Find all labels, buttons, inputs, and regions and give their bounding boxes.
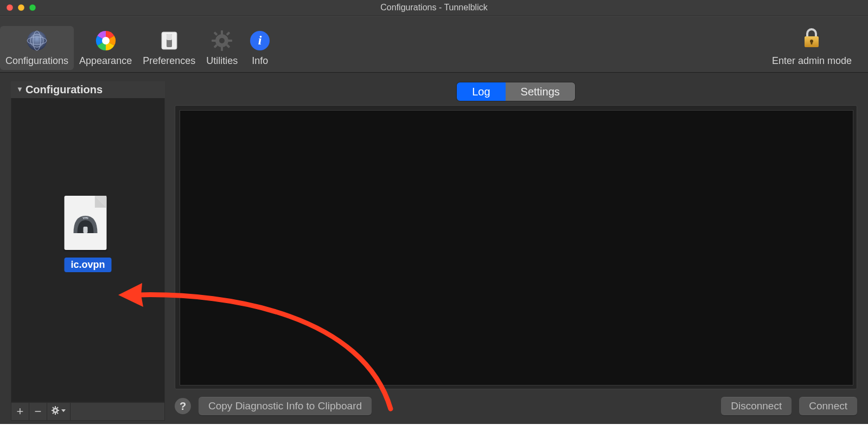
help-button[interactable]: ? bbox=[175, 398, 191, 414]
svg-point-4 bbox=[102, 37, 110, 44]
toolbar-info[interactable]: i Info bbox=[243, 26, 277, 70]
app-window: Configurations - Tunnelblick bbox=[0, 0, 868, 424]
enter-admin-mode-button[interactable]: Enter admin mode bbox=[764, 24, 859, 70]
window-title: Configurations - Tunnelblick bbox=[0, 3, 868, 12]
svg-rect-7 bbox=[167, 34, 172, 40]
toolbar-label: Info bbox=[252, 55, 268, 67]
dragged-file-label: ic.ovpn bbox=[64, 258, 111, 272]
svg-rect-24 bbox=[83, 227, 87, 233]
svg-rect-10 bbox=[221, 47, 223, 51]
toolbar-preferences[interactable]: Preferences bbox=[137, 26, 201, 70]
disconnect-button[interactable]: Disconnect bbox=[721, 397, 792, 415]
config-actions-menu[interactable] bbox=[47, 403, 71, 420]
color-wheel-icon bbox=[94, 29, 117, 52]
svg-rect-30 bbox=[52, 410, 54, 411]
svg-rect-15 bbox=[226, 31, 231, 36]
svg-text:VPN: VPN bbox=[82, 216, 88, 220]
svg-rect-29 bbox=[55, 413, 56, 415]
bottom-button-row: ? Copy Diagnostic Info to Clipboard Disc… bbox=[175, 389, 857, 421]
svg-rect-9 bbox=[221, 30, 223, 35]
svg-rect-23 bbox=[811, 41, 813, 44]
log-settings-tabs: Log Settings bbox=[457, 82, 575, 101]
svg-rect-31 bbox=[57, 410, 59, 411]
svg-rect-28 bbox=[55, 406, 56, 408]
minus-icon: − bbox=[35, 404, 42, 419]
toolbar-label: Appearance bbox=[79, 55, 132, 67]
disclosure-triangle-icon: ▼ bbox=[16, 85, 23, 93]
tab-log[interactable]: Log bbox=[457, 82, 505, 101]
log-output[interactable] bbox=[180, 110, 853, 385]
gear-dropdown-icon bbox=[51, 406, 66, 418]
sidebar: ▼ Configurations VPN bbox=[11, 81, 165, 421]
close-window-button[interactable] bbox=[7, 4, 13, 11]
svg-point-0 bbox=[27, 31, 47, 50]
toolbar-utilities[interactable]: Utilities bbox=[201, 26, 243, 70]
toolbar-configurations[interactable]: Configurations bbox=[0, 26, 74, 70]
question-icon: ? bbox=[180, 400, 186, 413]
tab-settings[interactable]: Settings bbox=[506, 82, 575, 101]
toolbar-label: Configurations bbox=[5, 55, 68, 67]
minimize-window-button[interactable] bbox=[18, 4, 24, 11]
toolbar-label: Utilities bbox=[206, 55, 238, 67]
log-frame bbox=[175, 105, 857, 389]
connect-button[interactable]: Connect bbox=[799, 397, 857, 415]
configurations-list[interactable]: VPN ic.ovpn bbox=[11, 98, 165, 402]
dragged-file[interactable]: VPN ic.ovpn bbox=[64, 196, 111, 272]
toolbar: Configurations Appearance bbox=[0, 16, 868, 73]
sidebar-header-label: Configurations bbox=[25, 83, 103, 96]
svg-rect-11 bbox=[212, 40, 216, 42]
zoom-window-button[interactable] bbox=[29, 4, 36, 11]
globe-icon bbox=[25, 29, 48, 52]
main-panel: Log Settings ? Copy Diagnostic Info to C… bbox=[175, 81, 857, 421]
svg-point-17 bbox=[219, 38, 225, 43]
svg-point-27 bbox=[54, 409, 56, 412]
ovpn-file-icon: VPN bbox=[64, 196, 106, 250]
admin-label: Enter admin mode bbox=[772, 55, 852, 67]
remove-config-button[interactable]: − bbox=[29, 403, 47, 420]
switch-icon bbox=[158, 29, 181, 52]
sidebar-footer: + − bbox=[11, 402, 165, 421]
svg-rect-13 bbox=[214, 31, 218, 36]
lock-icon bbox=[802, 28, 821, 52]
plus-icon: + bbox=[17, 404, 24, 419]
window-controls bbox=[7, 4, 36, 11]
window-body: ▼ Configurations VPN bbox=[0, 73, 868, 424]
toolbar-appearance[interactable]: Appearance bbox=[74, 26, 137, 70]
copy-diagnostic-button[interactable]: Copy Diagnostic Info to Clipboard bbox=[199, 397, 372, 415]
gear-icon bbox=[210, 29, 233, 52]
svg-text:i: i bbox=[258, 33, 262, 47]
toolbar-label: Preferences bbox=[143, 55, 195, 67]
svg-rect-12 bbox=[228, 40, 232, 42]
sidebar-header[interactable]: ▼ Configurations bbox=[11, 81, 165, 98]
info-icon: i bbox=[248, 29, 271, 52]
add-config-button[interactable]: + bbox=[11, 403, 29, 420]
titlebar: Configurations - Tunnelblick bbox=[0, 0, 868, 16]
